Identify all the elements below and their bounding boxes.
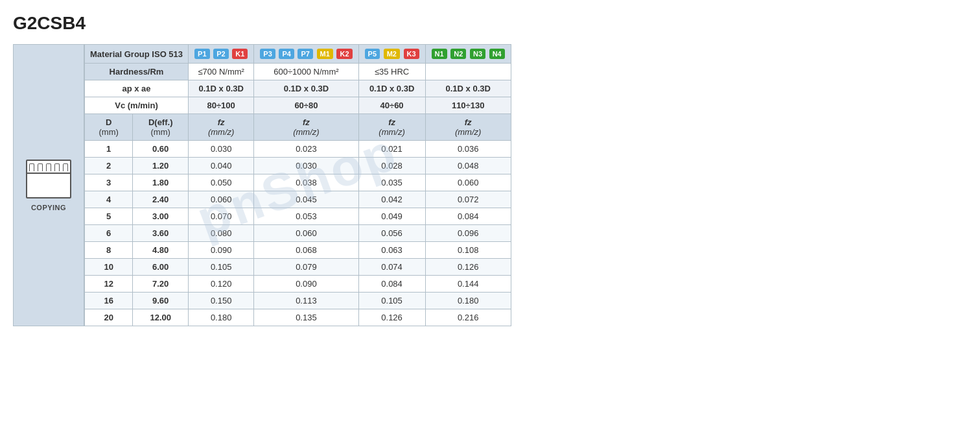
cell-fz1: 0.050 [189,174,254,191]
cell-fz3: 0.056 [358,225,425,242]
cell-fz1: 0.060 [189,191,254,208]
hardness-g2: 600÷1000 N/mm² [254,64,358,80]
cell-fz3: 0.084 [358,276,425,293]
table-row: 12 7.20 0.120 0.090 0.084 0.144 [85,276,511,293]
badge-p2: P2 [213,49,228,59]
hardness-header: Hardness/Rm [85,64,189,80]
cell-deff: 1.20 [133,158,189,174]
badge-n1: N1 [432,49,447,59]
cell-fz2: 0.060 [254,225,358,242]
group2-badges: P3 P4 P7 M1 K2 [254,45,358,64]
vc-header: Vc (m/min) [85,97,189,114]
cell-deff: 3.00 [133,208,189,225]
cell-fz1: 0.070 [189,208,254,225]
fz-g1-header: fz(mm/z) [189,114,254,141]
cell-d: 1 [85,141,133,158]
cell-d: 16 [85,293,133,309]
cell-fz4: 0.216 [425,309,511,326]
cell-deff: 2.40 [133,191,189,208]
table-row: 8 4.80 0.090 0.068 0.063 0.108 [85,242,511,259]
cell-fz2: 0.038 [254,174,358,191]
cell-fz1: 0.080 [189,225,254,242]
cell-d: 2 [85,158,133,174]
cell-fz1: 0.040 [189,158,254,174]
tool-icon [26,160,71,198]
cell-fz1: 0.105 [189,259,254,276]
table-row: 4 2.40 0.060 0.045 0.042 0.072 [85,191,511,208]
apae-g2: 0.1D x 0.3D [254,80,358,97]
cell-deff: 9.60 [133,293,189,309]
cell-fz2: 0.030 [254,158,358,174]
table-row: 5 3.00 0.070 0.053 0.049 0.084 [85,208,511,225]
cell-d: 8 [85,242,133,259]
badge-k3: K3 [404,49,419,59]
cell-d: 20 [85,309,133,326]
cell-fz3: 0.021 [358,141,425,158]
cell-fz3: 0.049 [358,208,425,225]
badge-k2: K2 [336,49,352,59]
badge-n2: N2 [450,49,466,59]
apae-g3: 0.1D x 0.3D [358,80,425,97]
cell-d: 12 [85,276,133,293]
cell-fz4: 0.126 [425,259,511,276]
cell-deff: 7.20 [133,276,189,293]
group1-badges: P1 P2 K1 [189,45,254,64]
hardness-g4 [425,64,511,80]
cell-fz1: 0.120 [189,276,254,293]
cell-fz1: 0.090 [189,242,254,259]
cell-fz3: 0.074 [358,259,425,276]
badge-p3: P3 [260,49,275,59]
cell-fz2: 0.079 [254,259,358,276]
deff-header: D(eff.)(mm) [133,114,189,141]
hardness-g3: ≤35 HRC [358,64,425,80]
table-row: 6 3.60 0.080 0.060 0.056 0.096 [85,225,511,242]
apae-g4: 0.1D x 0.3D [425,80,511,97]
cell-d: 6 [85,225,133,242]
cell-fz2: 0.113 [254,293,358,309]
cell-deff: 12.00 [133,309,189,326]
cell-fz2: 0.053 [254,208,358,225]
d-header: D(mm) [85,114,133,141]
table-row: 20 12.00 0.180 0.135 0.126 0.216 [85,309,511,326]
table-row: 10 6.00 0.105 0.079 0.074 0.126 [85,259,511,276]
badge-m2: M2 [384,49,400,59]
cell-d: 5 [85,208,133,225]
cell-fz4: 0.180 [425,293,511,309]
group4-badges: N1 N2 N3 N4 [425,45,511,64]
cell-deff: 6.00 [133,259,189,276]
cell-fz2: 0.045 [254,191,358,208]
cell-fz1: 0.180 [189,309,254,326]
cell-deff: 4.80 [133,242,189,259]
vc-g4: 110÷130 [425,97,511,114]
cell-fz3: 0.028 [358,158,425,174]
cell-fz3: 0.042 [358,191,425,208]
cell-fz2: 0.023 [254,141,358,158]
cell-deff: 1.80 [133,174,189,191]
badge-n3: N3 [470,49,485,59]
copying-label: COPYING [31,204,66,211]
table-row: 3 1.80 0.050 0.038 0.035 0.060 [85,174,511,191]
cell-deff: 3.60 [133,225,189,242]
cell-fz3: 0.035 [358,174,425,191]
table-row: 16 9.60 0.150 0.113 0.105 0.180 [85,293,511,309]
cell-fz3: 0.063 [358,242,425,259]
cell-fz3: 0.126 [358,309,425,326]
cell-fz4: 0.036 [425,141,511,158]
cell-d: 10 [85,259,133,276]
cell-fz4: 0.060 [425,174,511,191]
vc-g1: 80÷100 [189,97,254,114]
cell-deff: 0.60 [133,141,189,158]
cell-fz4: 0.048 [425,158,511,174]
cell-fz2: 0.090 [254,276,358,293]
cell-fz4: 0.084 [425,208,511,225]
group3-badges: P5 M2 K3 [358,45,425,64]
cell-fz4: 0.108 [425,242,511,259]
badge-p1: P1 [194,49,209,59]
badge-p7: P7 [298,49,312,59]
vc-g2: 60÷80 [254,97,358,114]
badge-n4: N4 [489,49,505,59]
cell-fz2: 0.068 [254,242,358,259]
table-row: 1 0.60 0.030 0.023 0.021 0.036 [85,141,511,158]
data-table: Material Group ISO 513 P1 P2 K1 P3 P4 P7… [84,44,511,326]
cell-fz1: 0.150 [189,293,254,309]
